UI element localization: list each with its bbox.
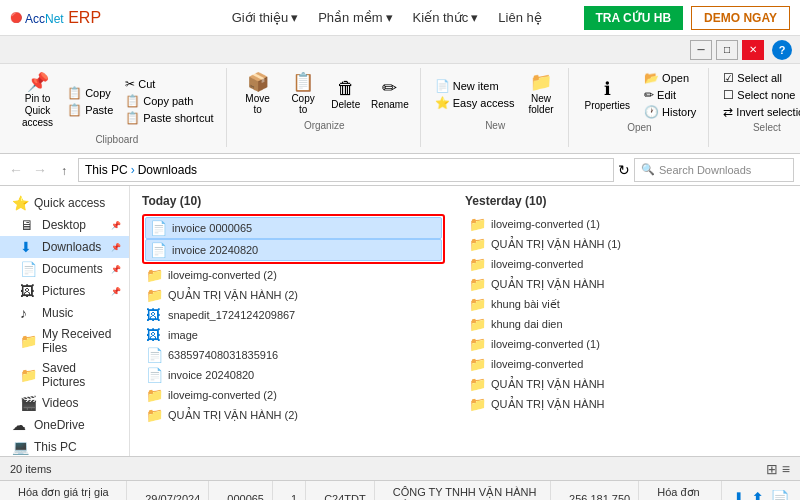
info-actions: ⬇ ⬆ 📄 <box>732 489 790 500</box>
music-icon: ♪ <box>20 305 36 321</box>
list-view-icon[interactable]: ≡ <box>782 461 790 477</box>
list-item[interactable]: 📁 QUẢN TRỊ VẬN HÀNH <box>465 374 768 394</box>
documents-icon: 📄 <box>20 261 36 277</box>
nav-phan-mem[interactable]: Phần mềm ▾ <box>318 10 392 25</box>
sidebar-item-onedrive[interactable]: ☁ OneDrive <box>0 414 129 436</box>
back-button[interactable]: ← <box>6 160 26 180</box>
address-bar: ← → ↑ This PC › Downloads ↻ 🔍 Search Dow… <box>0 154 800 186</box>
new-folder-button[interactable]: 📁 New folder <box>523 70 560 118</box>
sidebar-item-pictures[interactable]: 🖼 Pictures 📌 <box>0 280 129 302</box>
list-item[interactable]: 📄 invoice 20240820 <box>145 239 442 261</box>
yesterday-header: Yesterday (10) <box>465 194 768 210</box>
sidebar-item-received-files[interactable]: 📁 My Received Files <box>0 324 129 358</box>
copy-icon: 📋 <box>67 86 82 100</box>
chevron-down-icon: ▾ <box>291 10 298 25</box>
nav-kien-thuc[interactable]: Kiến thức ▾ <box>413 10 479 25</box>
maximize-button[interactable]: □ <box>716 40 738 60</box>
grid-view-icon[interactable]: ⊞ <box>766 461 778 477</box>
invert-icon: ⇄ <box>723 105 733 119</box>
list-item[interactable]: 📁 iloveimg-converted (1) <box>465 214 768 234</box>
sidebar-item-downloads[interactable]: ⬇ Downloads 📌 <box>0 236 129 258</box>
demo-button[interactable]: DEMO NGAY <box>691 6 790 30</box>
new-item-icon: 📄 <box>435 79 450 93</box>
sidebar-item-videos[interactable]: 🎬 Videos <box>0 392 129 414</box>
minimize-button[interactable]: ─ <box>690 40 712 60</box>
list-item[interactable]: 📁 QUẢN TRỊ VẬN HÀNH (2) <box>142 405 445 425</box>
logo-icon: 🔴 <box>10 12 22 23</box>
sidebar-item-documents[interactable]: 📄 Documents 📌 <box>0 258 129 280</box>
invert-selection-button[interactable]: ⇄ Invert selection <box>719 104 800 120</box>
nav-lien-he[interactable]: Liên hệ <box>498 10 541 25</box>
nav-gioi-thieu[interactable]: Giới thiệu ▾ <box>232 10 298 25</box>
folder-icon: 📁 <box>146 287 162 303</box>
paste-shortcut-button[interactable]: 📋 Paste shortcut <box>121 110 217 126</box>
list-item[interactable]: 📄 638597408031835916 <box>142 345 445 365</box>
ribbon: 📌 Pin to Quick access 📋 Copy 📋 Paste <box>0 64 800 154</box>
chevron-down-icon: ▾ <box>471 10 478 25</box>
list-item[interactable]: 📁 khung bài viết <box>465 294 768 314</box>
list-item[interactable]: 📁 iloveimg-converted (1) <box>465 334 768 354</box>
info-type: Hóa đơn gốc <box>649 481 722 500</box>
downloads-icon: ⬇ <box>20 239 36 255</box>
close-button[interactable]: ✕ <box>742 40 764 60</box>
copy-button[interactable]: 📋 Copy <box>63 85 117 101</box>
list-item[interactable]: 📁 QUẢN TRỊ VẬN HÀNH (2) <box>142 285 445 305</box>
copy-path-button[interactable]: 📋 Copy path <box>121 93 217 109</box>
chevron-down-icon: ▾ <box>386 10 393 25</box>
list-item[interactable]: 🖼 snapedit_1724124209867 <box>142 305 445 325</box>
info-number: 000065 <box>219 481 273 500</box>
select-all-button[interactable]: ☑ Select all <box>719 70 800 86</box>
history-button[interactable]: 🕐 History <box>640 104 700 120</box>
list-item[interactable]: 📁 iloveimg-converted <box>465 354 768 374</box>
help-button[interactable]: ? <box>772 40 792 60</box>
edit-button[interactable]: ✏ Edit <box>640 87 700 103</box>
refresh-button[interactable]: ↻ <box>618 162 630 178</box>
sidebar-item-quick-access[interactable]: ⭐ Quick access <box>0 192 129 214</box>
cut-button[interactable]: ✂ Cut <box>121 76 217 92</box>
sidebar-item-saved-pictures[interactable]: 📁 Saved Pictures <box>0 358 129 392</box>
list-item[interactable]: 📄 invoice 20240820 <box>142 365 445 385</box>
delete-button[interactable]: 🗑 Delete <box>328 76 364 113</box>
list-item[interactable]: 🖼 image <box>142 325 445 345</box>
file-content: Today (10) 📄 invoice 0000065 📄 invoice 2… <box>130 186 800 456</box>
today-header: Today (10) <box>142 194 445 210</box>
search-bar[interactable]: 🔍 Search Downloads <box>634 158 794 182</box>
list-item[interactable]: 📄 invoice 0000065 <box>145 217 442 239</box>
sidebar-item-this-pc[interactable]: 💻 This PC <box>0 436 129 456</box>
move-to-button[interactable]: 📦 Move to <box>237 70 279 118</box>
forward-button[interactable]: → <box>30 160 50 180</box>
easy-access-button[interactable]: ⭐ Easy access <box>431 95 519 111</box>
properties-button[interactable]: ℹ Properties <box>579 77 637 114</box>
path-bar[interactable]: This PC › Downloads <box>78 158 614 182</box>
list-item[interactable]: 📁 QUẢN TRỊ VẬN HÀNH (1) <box>465 234 768 254</box>
list-item[interactable]: 📁 QUẢN TRỊ VẬN HÀNH <box>465 274 768 294</box>
list-item[interactable]: 📁 khung dai dien <box>465 314 768 334</box>
list-item[interactable]: 📁 iloveimg-converted (2) <box>142 385 445 405</box>
sidebar-item-desktop[interactable]: 🖥 Desktop 📌 <box>0 214 129 236</box>
ribbon-open-group: ℹ Properties 📂 Open ✏ Edit 🕐 History <box>571 68 710 147</box>
upload-action-button[interactable]: ⬆ <box>751 489 764 500</box>
copy-to-button[interactable]: 📋 Copy to <box>283 70 324 118</box>
rename-button[interactable]: ✏ Rename <box>368 76 412 113</box>
file-action-button[interactable]: 📄 <box>770 489 790 500</box>
up-button[interactable]: ↑ <box>54 160 74 180</box>
download-action-button[interactable]: ⬇ <box>732 489 745 500</box>
open-icon: 📂 <box>644 71 659 85</box>
main-area: ⭐ Quick access 🖥 Desktop 📌 ⬇ Downloads 📌… <box>0 186 800 456</box>
new-item-button[interactable]: 📄 New item <box>431 78 519 94</box>
sidebar-item-music[interactable]: ♪ Music <box>0 302 129 324</box>
copy-path-icon: 📋 <box>125 94 140 108</box>
select-none-button[interactable]: ☐ Select none <box>719 87 800 103</box>
list-item[interactable]: 📁 iloveimg-converted (2) <box>142 265 445 285</box>
image-icon: 🖼 <box>146 307 162 323</box>
pdf-icon: 📄 <box>150 220 166 236</box>
paste-button[interactable]: 📋 Paste <box>63 102 117 118</box>
folder-icon: 📁 <box>469 376 485 392</box>
list-item[interactable]: 📁 iloveimg-converted <box>465 254 768 274</box>
tra-cuu-button[interactable]: TRA CỨU HB <box>584 6 684 30</box>
list-item[interactable]: 📁 QUẢN TRỊ VẬN HÀNH <box>465 394 768 414</box>
open-button[interactable]: 📂 Open <box>640 70 700 86</box>
ribbon-groups: 📌 Pin to Quick access 📋 Copy 📋 Paste <box>8 68 792 147</box>
folder-icon: 📁 <box>146 387 162 403</box>
pin-quick-access-button[interactable]: 📌 Pin to Quick access <box>16 70 59 132</box>
